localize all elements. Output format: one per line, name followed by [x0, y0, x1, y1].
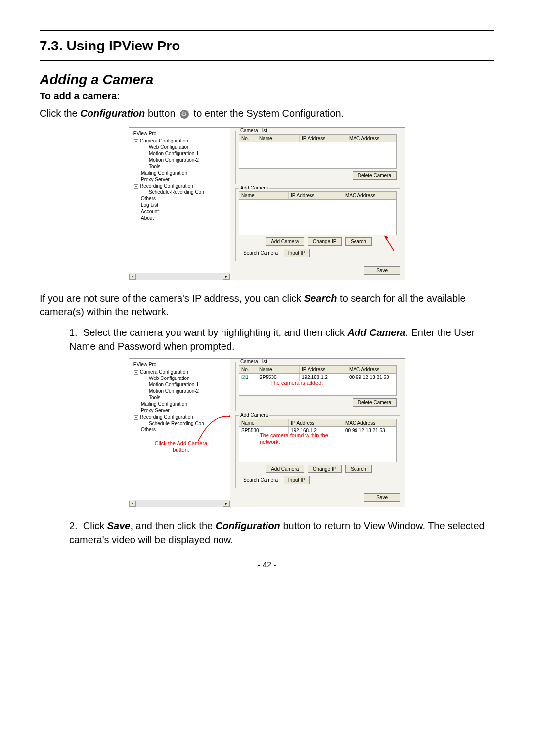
tree-expander-icon[interactable]: −: [134, 415, 138, 420]
tree-motion-1[interactable]: Motion Configuration-1: [132, 150, 228, 157]
tree-expander-icon[interactable]: −: [134, 370, 138, 375]
add-camera-legend: Add Camera: [239, 185, 269, 190]
add-camera-legend: Add Camera: [239, 412, 269, 418]
col-no: No.: [239, 135, 257, 142]
col-mac: MAC Address: [347, 366, 396, 373]
tree-expander-icon[interactable]: −: [134, 139, 138, 143]
app-title: IPView Pro: [132, 131, 228, 136]
tree-motion-2[interactable]: Motion Configuration-2: [132, 157, 228, 163]
tree-tools[interactable]: Tools: [132, 163, 228, 170]
tree-motion-2[interactable]: Motion Configuration-2: [132, 388, 228, 394]
tree-proxy[interactable]: Proxy Server: [132, 407, 228, 414]
camera-list-legend: Camera List: [239, 359, 268, 364]
col-name: Name: [239, 192, 289, 199]
col-name: Name: [239, 419, 289, 426]
tree-recording-config[interactable]: −Recording Configuration: [132, 183, 228, 189]
col-no: No.: [239, 366, 257, 373]
step-1: 1. Select the camera you want by highlig…: [69, 326, 494, 353]
tree-account[interactable]: Account: [132, 208, 228, 215]
add-camera-group: Add Camera Name IP Address MAC Address A…: [235, 188, 400, 261]
intro-paragraph: Click the Configuration button to enter …: [40, 107, 494, 120]
change-ip-button[interactable]: Change IP: [308, 465, 342, 473]
tab-input-ip[interactable]: Input IP: [284, 476, 310, 484]
tree-scrollbar[interactable]: ◂ ▸: [129, 500, 230, 507]
tab-search-camera[interactable]: Search Camera: [239, 249, 282, 257]
tree-schedule-rec[interactable]: Schedule-Recording Con: [132, 189, 228, 195]
tree-expander-icon[interactable]: −: [134, 184, 138, 189]
tree-others[interactable]: Others: [132, 195, 228, 202]
cell-mac: 00 99 12 13 21 53: [343, 427, 396, 434]
step-2: 2. Click Save, and then click the Config…: [69, 519, 494, 547]
camera-list-group: Camera List No. Name IP Address MAC Addr…: [235, 362, 400, 411]
tree-camera-config[interactable]: −Camera Configuration: [132, 369, 228, 375]
tab-search-camera[interactable]: Search Camera: [239, 476, 282, 484]
search-button[interactable]: Search: [345, 237, 372, 246]
camera-list-legend: Camera List: [239, 128, 268, 133]
tree-about[interactable]: About: [132, 215, 228, 221]
annot-click-add: Click the Add Camera button.: [149, 440, 213, 453]
tree-scrollbar[interactable]: ◂ ▸: [129, 273, 230, 280]
tree-mailing[interactable]: Mailing Configuration: [132, 401, 228, 407]
cell-mac: 00 99 12 13 21 53: [347, 374, 396, 381]
tree-motion-1[interactable]: Motion Configuration-1: [132, 381, 228, 388]
scroll-right-icon[interactable]: ▸: [223, 274, 230, 280]
col-mac: MAC Address: [343, 192, 396, 199]
scroll-right-icon[interactable]: ▸: [223, 501, 230, 507]
search-button[interactable]: Search: [345, 465, 372, 473]
app-title: IPView Pro: [132, 362, 228, 367]
tree-schedule-rec[interactable]: Schedule-Recording Con: [132, 420, 228, 426]
scroll-left-icon[interactable]: ◂: [129, 501, 136, 507]
annot-camera-found: The camera found within the network.: [260, 432, 334, 445]
tree-tools[interactable]: Tools: [132, 394, 228, 401]
col-ip: IP Address: [300, 366, 347, 373]
delete-camera-button[interactable]: Delete Camera: [353, 398, 397, 407]
save-button[interactable]: Save: [364, 493, 400, 502]
change-ip-button[interactable]: Change IP: [308, 237, 342, 246]
camera-list-group: Camera List No. Name IP Address MAC Addr…: [235, 131, 400, 184]
col-name: Name: [257, 366, 300, 373]
col-ip: IP Address: [300, 135, 347, 142]
subhead-to-add: To add a camera:: [40, 91, 494, 102]
col-mac: MAC Address: [347, 135, 396, 142]
tree-log-list[interactable]: Log List: [132, 202, 228, 208]
tree-web-config[interactable]: Web Configuration: [132, 375, 228, 381]
section-heading: 7.3. Using IPView Pro: [40, 38, 494, 54]
search-hint-paragraph: If you are not sure of the camera's IP a…: [40, 292, 494, 319]
subtitle-adding-camera: Adding a Camera: [40, 72, 494, 88]
scroll-left-icon[interactable]: ◂: [129, 274, 136, 280]
tree-proxy[interactable]: Proxy Server: [132, 176, 228, 183]
annot-camera-added: The camera is added.: [270, 380, 323, 386]
tree-camera-config[interactable]: −Camera Configuration: [132, 138, 228, 144]
tree-recording-config[interactable]: −Recording Configuration: [132, 414, 228, 420]
check-icon: ☑: [241, 375, 246, 380]
col-mac: MAC Address: [343, 419, 396, 426]
configuration-icon: [180, 110, 189, 119]
camera-list-table[interactable]: No. Name IP Address MAC Address: [239, 134, 397, 169]
add-camera-group: Add Camera Name IP Address MAC Address S…: [235, 415, 400, 488]
col-ip: IP Address: [289, 419, 343, 426]
tree-web-config[interactable]: Web Configuration: [132, 144, 228, 150]
ipview-config-screenshot-1: IPView Pro −Camera Configuration Web Con…: [129, 127, 405, 280]
add-camera-button[interactable]: Add Camera: [266, 465, 304, 473]
col-name: Name: [257, 135, 300, 142]
add-camera-table[interactable]: Name IP Address MAC Address: [239, 191, 397, 235]
tab-input-ip[interactable]: Input IP: [284, 249, 310, 257]
ipview-config-screenshot-2: IPView Pro −Camera Configuration Web Con…: [129, 358, 405, 507]
add-camera-button[interactable]: Add Camera: [266, 237, 304, 246]
tree-others[interactable]: Others: [132, 426, 228, 433]
save-button[interactable]: Save: [364, 266, 400, 275]
page-number: - 42 -: [40, 561, 494, 569]
tree-mailing[interactable]: Mailing Configuration: [132, 170, 228, 176]
delete-camera-button[interactable]: Delete Camera: [353, 171, 397, 180]
col-ip: IP Address: [289, 192, 343, 199]
